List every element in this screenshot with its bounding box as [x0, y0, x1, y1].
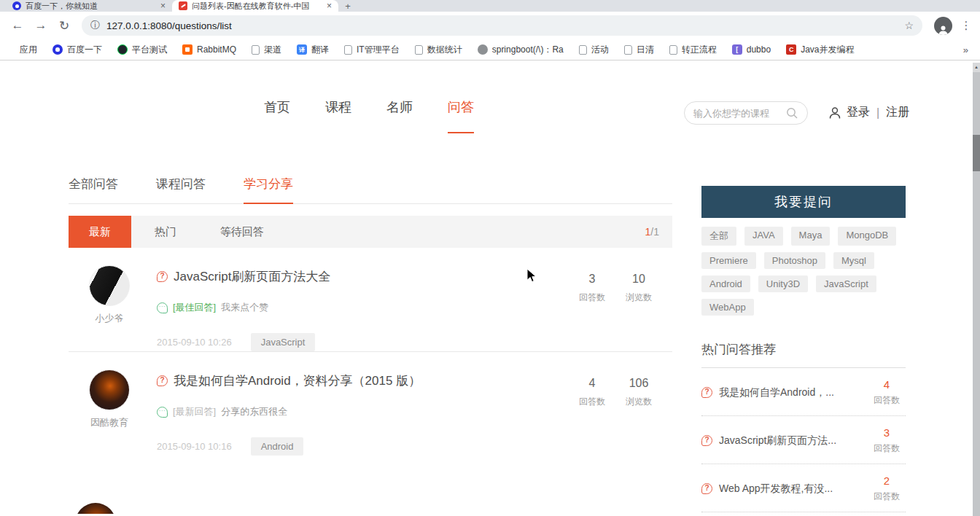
bookmark-platform-test[interactable]: 平台测试 — [117, 44, 167, 56]
dark-circle-icon — [117, 44, 128, 55]
avatar[interactable] — [75, 503, 116, 514]
tag-javascript[interactable]: JavaScript — [816, 275, 876, 292]
tag-premiere[interactable]: Premiere — [701, 252, 756, 269]
tag-java[interactable]: JAVA — [744, 227, 783, 246]
tab-all-questions[interactable]: 全部问答 — [69, 176, 118, 203]
tag-unity3d[interactable]: Unity3D — [758, 275, 808, 292]
bookmark-data-stats[interactable]: 数据统计 — [415, 44, 462, 56]
login-link[interactable]: 登录 — [847, 105, 870, 120]
tab-course-questions[interactable]: 课程问答 — [156, 176, 206, 203]
bookmark-process[interactable]: 转正流程 — [669, 44, 717, 56]
bookmark-java-concurrency[interactable]: C Java并发编程 — [786, 44, 854, 56]
filter-hot[interactable]: 热门 — [134, 216, 197, 248]
bookmark-translate[interactable]: 译 翻译 — [297, 44, 329, 56]
answers-count: 4 — [868, 378, 906, 391]
register-link[interactable]: 注册 — [886, 105, 909, 120]
tab-study-share[interactable]: 学习分享 — [244, 176, 293, 204]
tag-all[interactable]: 全部 — [701, 227, 736, 246]
best-answer-tag: [最佳回答] — [173, 301, 216, 314]
close-icon[interactable]: × — [327, 1, 332, 10]
avatar[interactable] — [89, 370, 130, 410]
question-stats: 3 回答数 10 浏览数 — [579, 265, 672, 351]
question-title[interactable]: 我是如何自学Android，资料分享（2015 版） — [174, 372, 421, 389]
dubbo-icon: [ — [732, 44, 742, 55]
avatar[interactable] — [89, 265, 130, 306]
bookmark-it-platform[interactable]: IT管理平台 — [344, 44, 400, 56]
bookmark-label: 百度一下 — [67, 44, 102, 56]
pagination: 1/1 — [645, 226, 672, 238]
site-nav: 首页 课程 名师 问答 — [264, 98, 474, 133]
answers-label: 回答数 — [868, 394, 906, 407]
reload-icon[interactable]: ↻ — [54, 18, 74, 34]
filter-waiting[interactable]: 等待回答 — [200, 216, 284, 248]
baidu-icon — [52, 44, 63, 55]
answers-label: 回答数 — [579, 396, 605, 408]
hot-item[interactable]: ? 我是如何自学Android，... 4 回答数 — [701, 368, 906, 416]
bookmark-channel[interactable]: 渠道 — [252, 44, 281, 56]
scrollbar-thumb[interactable] — [973, 135, 980, 171]
menu-icon[interactable]: ⋮ — [960, 19, 973, 32]
login-divider: | — [875, 106, 881, 120]
tab-baidu[interactable]: 百度一下，你就知道 × — [6, 0, 172, 12]
bookmark-label: springboot(/\)：Ra — [492, 44, 564, 56]
bookmark-activity[interactable]: 活动 — [579, 44, 609, 56]
question-tag[interactable]: Android — [251, 437, 304, 456]
mouse-cursor — [526, 268, 540, 283]
nav-teachers[interactable]: 名师 — [386, 98, 413, 133]
bookmark-daily[interactable]: 日清 — [624, 44, 654, 56]
question-date: 2015-09-10 10:26 — [157, 337, 232, 348]
nav-courses[interactable]: 课程 — [325, 98, 351, 133]
bookmark-star-icon[interactable]: ☆ — [904, 20, 914, 31]
url-text[interactable]: 127.0.0.1:8080/questions/list — [106, 20, 232, 31]
scrollbar-up-icon[interactable]: ▲ — [973, 63, 980, 72]
bookmark-baidu[interactable]: 百度一下 — [52, 44, 102, 56]
bookmark-dubbo[interactable]: [ dubbo — [732, 44, 771, 55]
page-icon — [669, 45, 677, 55]
question-icon: ? — [701, 435, 712, 446]
sidebar: 我要提问 全部 JAVA Maya MongoDB Premiere Photo… — [701, 176, 906, 514]
hot-item[interactable]: ? JavaScript刷新页面方法... 3 回答数 — [701, 416, 906, 464]
page-icon — [579, 45, 587, 55]
tag-photoshop[interactable]: Photoshop — [764, 252, 825, 269]
bookmark-springboot[interactable]: springboot(/\)：Ra — [478, 44, 564, 56]
answers-count: 2 — [868, 474, 906, 487]
bookmark-label: IT管理平台 — [357, 44, 400, 56]
hot-item[interactable]: ? Premiere视频教学视频,... 1 回答数 — [701, 512, 906, 514]
question-title[interactable]: JavaScript刷新页面方法大全 — [174, 268, 330, 285]
close-icon[interactable]: × — [160, 1, 166, 10]
tab-question-list[interactable]: 问题列表-因酷在线教育软件-中国 × — [172, 0, 338, 12]
forward-icon[interactable]: → — [31, 18, 51, 33]
question-date: 2015-09-10 10:16 — [157, 441, 232, 452]
hot-item[interactable]: ? Web App开发教程,有没... 2 回答数 — [701, 464, 906, 512]
question-row[interactable]: 小少爷 ? JavaScript刷新页面方法大全 ··· [最佳回答] 我来点个… — [69, 248, 672, 352]
hot-item-stats: 3 回答数 — [868, 426, 906, 455]
search-icon[interactable] — [786, 107, 798, 120]
tag-android[interactable]: Android — [701, 275, 750, 292]
nav-questions[interactable]: 问答 — [448, 98, 474, 133]
address-bar[interactable]: ⓘ 127.0.0.1:8080/questions/list ☆ — [82, 15, 922, 36]
bookmark-apps[interactable]: 应用 — [7, 44, 37, 56]
browser-chrome: 百度一下，你就知道 × 问题列表-因酷在线教育软件-中国 × + ← → ↻ ⓘ… — [0, 0, 980, 60]
tag-webapp[interactable]: WebApp — [701, 299, 754, 316]
tag-mysql[interactable]: Mysql — [833, 252, 874, 269]
search-input[interactable] — [693, 108, 786, 119]
course-search[interactable] — [684, 101, 808, 125]
ask-question-button[interactable]: 我要提问 — [701, 186, 906, 218]
question-row[interactable]: 因酷教育 ? 我是如何自学Android，资料分享（2015 版） ··· [最… — [69, 352, 672, 456]
bookmarks-overflow-icon[interactable]: » — [963, 44, 973, 55]
page-icon — [624, 45, 632, 55]
question-tag[interactable]: JavaScript — [251, 333, 316, 351]
site-info-icon[interactable]: ⓘ — [90, 19, 100, 32]
profile-avatar[interactable] — [934, 17, 952, 35]
hot-item-title[interactable]: JavaScript刷新页面方法... — [719, 434, 868, 447]
filter-newest[interactable]: 最新 — [69, 216, 131, 248]
back-icon[interactable]: ← — [7, 18, 28, 33]
page-scrollbar[interactable]: ▲ — [973, 63, 980, 516]
nav-home[interactable]: 首页 — [264, 98, 290, 133]
tag-mongodb[interactable]: MongoDB — [838, 227, 896, 246]
tag-maya[interactable]: Maya — [791, 227, 831, 246]
hot-item-title[interactable]: Web App开发教程,有没... — [719, 482, 868, 496]
bookmark-rabbitmq[interactable]: RabbitMQ — [182, 44, 236, 55]
new-tab-button[interactable]: + — [338, 0, 357, 12]
hot-item-title[interactable]: 我是如何自学Android，... — [719, 386, 868, 399]
